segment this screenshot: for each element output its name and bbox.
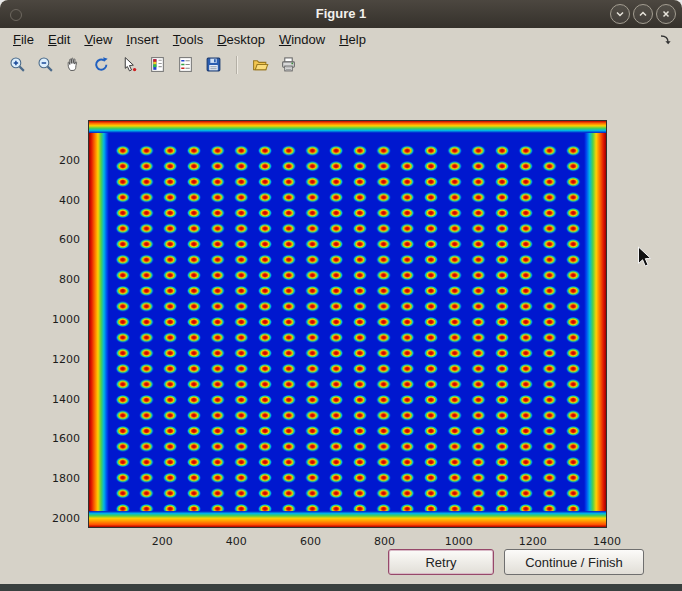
y-tick-label: 400 — [59, 193, 80, 206]
x-tick-label: 200 — [152, 535, 173, 548]
save-button[interactable] — [203, 54, 224, 75]
rotate-3d-icon — [93, 56, 110, 73]
zoom-out-button[interactable] — [35, 54, 56, 75]
y-tick-label: 2000 — [52, 512, 80, 525]
open-button[interactable] — [250, 54, 271, 75]
menu-tools[interactable]: Tools — [166, 29, 210, 50]
menu-bar: FileEditViewInsertToolsDesktopWindowHelp — [0, 28, 682, 51]
y-tick-label: 1400 — [52, 392, 80, 405]
menu-dock-button[interactable] — [659, 33, 672, 46]
x-tick-label: 800 — [374, 535, 395, 548]
menu-insert[interactable]: Insert — [119, 29, 166, 50]
y-tick-label: 600 — [59, 233, 80, 246]
menu-edit[interactable]: Edit — [41, 29, 77, 50]
rotate-3d-button[interactable] — [91, 54, 112, 75]
window-menu-icon[interactable] — [10, 9, 22, 21]
open-icon — [252, 56, 269, 73]
menu-window[interactable]: Window — [272, 29, 332, 50]
window-title: Figure 1 — [0, 0, 682, 28]
insert-legend-icon — [177, 56, 194, 73]
y-tick-label: 1800 — [52, 472, 80, 485]
window-controls — [610, 4, 676, 24]
minimize-button[interactable] — [610, 4, 630, 24]
pan-button[interactable] — [63, 54, 84, 75]
close-icon — [659, 7, 673, 21]
x-tick-label: 1400 — [593, 535, 621, 548]
save-icon — [205, 56, 222, 73]
x-tick-label: 1000 — [445, 535, 473, 548]
figure-canvas: 200400600800100012001400160018002000 200… — [0, 78, 682, 584]
x-tick-label: 600 — [300, 535, 321, 548]
menu-file[interactable]: File — [6, 29, 41, 50]
edit-plot-icon — [121, 56, 138, 73]
menu-desktop[interactable]: Desktop — [210, 29, 272, 50]
x-tick-label: 1200 — [519, 535, 547, 548]
menu-help[interactable]: Help — [332, 29, 373, 50]
toolbar-separator — [236, 56, 238, 74]
menu-view[interactable]: View — [77, 29, 119, 50]
y-axis-ticks: 200400600800100012001400160018002000 — [32, 120, 80, 528]
window-bottom-border — [0, 584, 682, 591]
title-bar[interactable]: Figure 1 — [0, 0, 682, 28]
figure-window: Figure 1 FileEditViewInsertToolsDesktopW… — [0, 0, 682, 591]
chevron-down-icon — [613, 7, 627, 21]
y-tick-label: 200 — [59, 153, 80, 166]
y-tick-label: 800 — [59, 273, 80, 286]
heatmap-image[interactable] — [88, 120, 607, 528]
plot-axes: 200400600800100012001400160018002000 200… — [88, 120, 607, 528]
zoom-in-icon — [9, 56, 26, 73]
maximize-button[interactable] — [633, 4, 653, 24]
zoom-in-button[interactable] — [7, 54, 28, 75]
y-tick-label: 1200 — [52, 352, 80, 365]
chevron-up-icon — [636, 7, 650, 21]
insert-colorbar-icon — [149, 56, 166, 73]
menu-items: FileEditViewInsertToolsDesktopWindowHelp — [6, 29, 373, 50]
print-icon — [280, 56, 297, 73]
pan-icon — [65, 56, 82, 73]
dock-arrow-icon — [659, 33, 672, 46]
print-button[interactable] — [278, 54, 299, 75]
close-button[interactable] — [656, 4, 676, 24]
retry-button[interactable]: Retry — [388, 549, 494, 575]
y-tick-label: 1000 — [52, 313, 80, 326]
edit-plot-button[interactable] — [119, 54, 140, 75]
continue-button[interactable]: Continue / Finish — [504, 549, 644, 575]
x-tick-label: 400 — [226, 535, 247, 548]
y-tick-label: 1600 — [52, 432, 80, 445]
toolbar — [0, 51, 682, 79]
insert-colorbar-button[interactable] — [147, 54, 168, 75]
insert-legend-button[interactable] — [175, 54, 196, 75]
zoom-out-icon — [37, 56, 54, 73]
